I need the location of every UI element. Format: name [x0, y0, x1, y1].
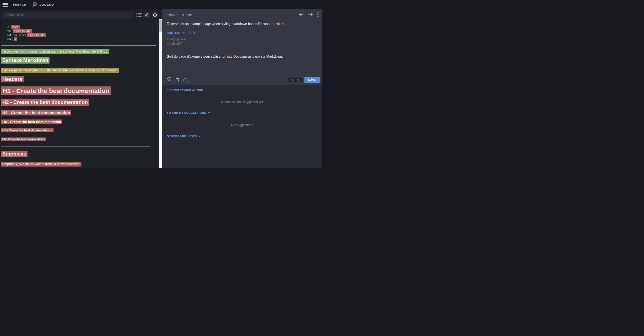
context-meta: Paragraph text XPath: /p[2]	[167, 37, 186, 46]
chevron-right-icon: ›	[30, 3, 30, 7]
string-heading-h3[interactable]: H3 - Create the best documentation	[1, 110, 71, 116]
string-heading-h4[interactable]: H4 - Create the best documentation	[1, 119, 62, 124]
next-string-arrow-right-icon[interactable]	[308, 12, 313, 17]
breadcrumb-file: DOC1.MD	[39, 3, 54, 6]
other-languages-section-header[interactable]: OTHER LANGUAGES	[167, 134, 200, 138]
frontmatter-value[interactable]: Style Guide	[27, 33, 46, 37]
frontmatter-row: title:Style Guide	[7, 29, 156, 33]
string-intro-paragraph[interactable]: Tu peux écrire du contenu en utilisant l…	[1, 49, 110, 54]
editor-divider	[162, 51, 322, 51]
save-button[interactable]: SAVE	[304, 77, 320, 83]
string-heading-h5[interactable]: H5 - Create the best documentation	[1, 128, 54, 132]
frontmatter-block[interactable]: id:doc1 title:Style Guide sidebar_label:…	[1, 22, 156, 46]
svg-text:M↓: M↓	[35, 5, 36, 6]
document-content: id:doc1 title:Style Guide sidebar_label:…	[0, 22, 159, 168]
tm-mt-empty-state: No suggestions	[162, 123, 322, 127]
string-heading-headers[interactable]: Headers	[1, 76, 24, 82]
frontmatter-row: slug:/	[7, 37, 156, 41]
frontmatter-value[interactable]: doc1	[11, 25, 20, 29]
menu-icon[interactable]	[2, 3, 8, 7]
scrollbar-track[interactable]	[159, 19, 162, 168]
frontmatter-row: sidebar_label:Style Guide	[7, 33, 156, 37]
tm-mt-suggestions-section-header[interactable]: TM AND MT SUGGESTIONS	[167, 111, 210, 114]
document-scrollbar-column	[159, 9, 162, 168]
context-xpath: XPath: /p[2]	[167, 42, 186, 46]
horizontal-rule	[1, 146, 150, 147]
string-heading-h6[interactable]: H6 - Create the best documentation	[1, 137, 46, 141]
edit-mode-button[interactable]	[144, 12, 150, 18]
edit-context-button[interactable]: EDIT	[188, 31, 195, 35]
collapse-triangle-icon	[208, 112, 210, 114]
frontmatter-value[interactable]: Style Guide	[13, 29, 32, 33]
string-heading-syntaxe-markdown[interactable]: Syntaxe Markdown	[1, 57, 50, 63]
search-input[interactable]	[2, 12, 133, 18]
markdown-file-icon: M↓	[33, 2, 38, 7]
scrollbar-thumb[interactable]	[159, 19, 162, 32]
string-selected-paragraph[interactable]: Sert de page d'exemple pour styliser un …	[1, 68, 119, 73]
source-string-label: SOURCE STRING	[167, 14, 192, 17]
text-cursor-select-icon[interactable]	[183, 77, 188, 82]
french-translations-section-header[interactable]: FRENCH TRANSLATIONS	[167, 89, 207, 92]
french-translations-empty-state: No translations suggested yet	[162, 100, 322, 104]
breadcrumb-project[interactable]: FRENCH	[13, 3, 26, 6]
collapse-triangle-icon	[205, 90, 207, 91]
preview-eye-button[interactable]	[152, 12, 158, 18]
delete-translation-icon[interactable]	[176, 77, 179, 82]
string-emphasis-paragraph[interactable]: Emphasis, aka italics, with asterisks or…	[1, 162, 82, 166]
translation-editor[interactable]: Sert de page d'exemple pour styliser un …	[167, 55, 318, 59]
translation-panel: SOURCE STRING To serve as an example pag…	[162, 9, 322, 168]
suggestions-area: FRENCH TRANSLATIONS No translations sugg…	[162, 85, 322, 168]
frontmatter-value[interactable]: /	[14, 37, 17, 41]
string-heading-emphasis[interactable]: Emphasis	[1, 151, 28, 157]
string-editor-card: SOURCE STRING To serve as an example pag…	[162, 9, 322, 85]
editor-toolbar: 73 · 74 SAVE	[162, 75, 322, 85]
frontmatter-row: id:doc1	[7, 25, 156, 29]
kebab-menu-icon[interactable]	[317, 12, 318, 17]
context-dropdown[interactable]: CONTEXT	[167, 31, 181, 35]
expand-triangle-icon	[199, 135, 200, 137]
previous-string-arrow-left-icon[interactable]	[299, 12, 304, 17]
github-markdown-link[interactable]: la syntaxe Markdown de GitHub	[60, 50, 108, 53]
document-panel: id:doc1 title:Style Guide sidebar_label:…	[0, 9, 159, 168]
context-type: Paragraph text	[167, 37, 186, 42]
string-list-icon[interactable]	[136, 13, 142, 18]
top-bar: FRENCH › M↓ DOC1.MD	[0, 0, 322, 9]
string-heading-h1[interactable]: H1 - Create the best documentation	[1, 86, 111, 95]
char-count-badge: 73 · 74	[288, 78, 302, 82]
copy-source-icon[interactable]	[167, 77, 171, 82]
string-heading-h2[interactable]: H2 - Create the best documentation	[1, 99, 89, 105]
context-dropdown-triangle-icon	[182, 32, 185, 34]
source-string-text: To serve as an example page when styling…	[167, 22, 285, 26]
edit-mode-active-indicator	[145, 17, 149, 17]
